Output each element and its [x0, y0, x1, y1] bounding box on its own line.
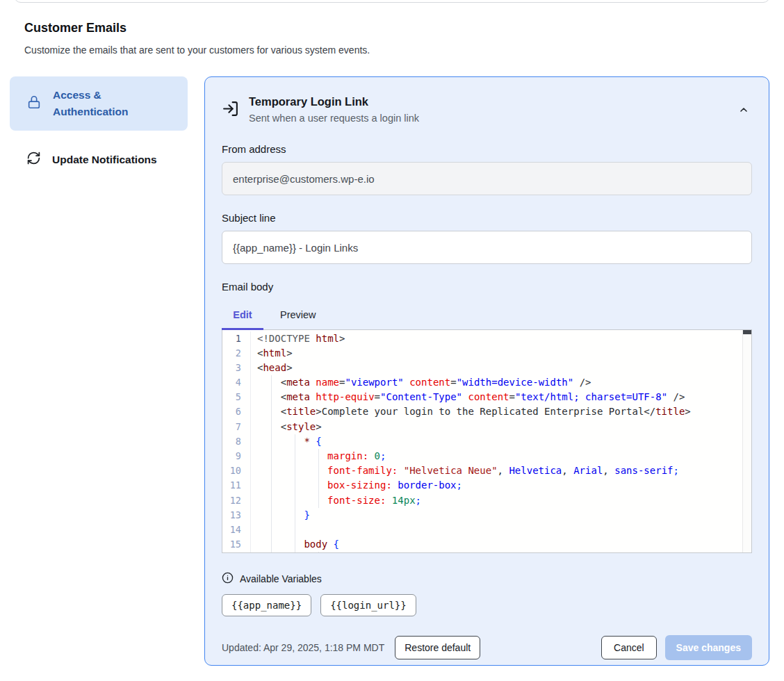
code-line[interactable]: 16background-color: #f9f9f9; — [222, 552, 751, 552]
code-line[interactable]: 5<meta http-equiv="Content-Type" content… — [222, 390, 751, 404]
code-line-content: * { — [251, 434, 322, 449]
line-number: 7 — [222, 420, 251, 434]
updated-timestamp: Updated: Apr 29, 2025, 1:18 PM MDT — [222, 642, 384, 653]
code-line-content: <meta http-equiv="Content-Type" content=… — [251, 390, 685, 404]
code-line-content: <title>Complete your login to the Replic… — [251, 404, 691, 419]
code-line-content — [251, 523, 304, 537]
sidebar-item-access-authentication[interactable]: Access & Authentication — [10, 76, 188, 131]
variable-chips: {{app_name}} {{login_url}} — [222, 594, 752, 616]
code-line-content: margin: 0; — [251, 449, 386, 463]
lock-icon — [26, 95, 42, 113]
line-number: 11 — [222, 478, 251, 493]
variable-chip-app-name[interactable]: {{app_name}} — [222, 594, 311, 616]
code-line[interactable]: 7<style> — [222, 420, 751, 434]
code-line-content: } — [251, 508, 310, 523]
code-line[interactable]: 4<meta name="viewport" content="width=de… — [222, 375, 751, 390]
chevron-up-icon — [738, 107, 749, 117]
code-line[interactable]: 1<!DOCTYPE html> — [222, 331, 751, 346]
line-number: 14 — [222, 523, 251, 537]
available-variables-row: Available Variables — [222, 572, 752, 586]
email-body-tabs: Edit Preview — [222, 302, 752, 328]
email-body-label: Email body — [222, 281, 752, 293]
code-line[interactable]: 6<title>Complete your login to the Repli… — [222, 404, 751, 419]
code-line-content: background-color: #f9f9f9; — [251, 552, 480, 552]
code-line[interactable]: 2<html> — [222, 346, 751, 361]
code-line[interactable]: 3<head> — [222, 361, 751, 375]
code-line[interactable]: 12font-size: 14px; — [222, 493, 751, 508]
code-line-content: <!DOCTYPE html> — [251, 331, 345, 346]
refresh-icon — [26, 151, 41, 168]
panel-subtitle: Sent when a user requests a login link — [249, 113, 726, 124]
line-number: 2 — [222, 346, 251, 361]
from-address-label: From address — [222, 143, 752, 155]
line-number: 3 — [222, 361, 251, 375]
subject-line-field[interactable] — [222, 231, 752, 264]
code-line[interactable]: 10font-family: "Helvetica Neue", Helveti… — [222, 463, 751, 478]
collapse-button[interactable] — [735, 101, 752, 120]
line-number: 4 — [222, 375, 251, 390]
line-number: 16 — [222, 552, 251, 552]
save-changes-button[interactable]: Save changes — [665, 635, 752, 660]
code-lines: 1<!DOCTYPE html>2<html>3<head>4<meta nam… — [222, 330, 751, 553]
email-settings-panel: Temporary Login Link Sent when a user re… — [204, 76, 769, 666]
code-line[interactable]: 13} — [222, 508, 751, 523]
restore-default-button[interactable]: Restore default — [395, 636, 480, 659]
page-title: Customer Emails — [24, 21, 370, 35]
active-tab-underline — [222, 328, 263, 330]
sidebar: Access & Authentication Update Notificat… — [10, 76, 188, 177]
code-editor[interactable]: 1<!DOCTYPE html>2<html>3<head>4<meta nam… — [222, 329, 752, 553]
panel-header: Temporary Login Link Sent when a user re… — [222, 95, 752, 124]
code-line-content: <style> — [251, 420, 322, 434]
line-number: 5 — [222, 390, 251, 404]
available-variables-label: Available Variables — [240, 573, 322, 584]
line-number: 12 — [222, 493, 251, 508]
code-line-content: font-size: 14px; — [251, 493, 421, 508]
info-icon — [222, 572, 234, 586]
line-number: 9 — [222, 449, 251, 463]
tab-preview[interactable]: Preview — [280, 309, 316, 320]
code-line[interactable]: 14 — [222, 523, 751, 537]
code-line[interactable]: 15body { — [222, 537, 751, 552]
log-in-icon — [222, 100, 239, 120]
panel-title: Temporary Login Link — [249, 95, 726, 108]
panel-footer: Updated: Apr 29, 2025, 1:18 PM MDT Resto… — [222, 635, 752, 660]
code-line-content: <html> — [251, 346, 293, 361]
sidebar-item-update-notifications[interactable]: Update Notifications — [10, 142, 188, 177]
editor-scrollbar-thumb[interactable] — [743, 330, 751, 334]
line-number: 1 — [222, 331, 251, 346]
code-line-content: box-sizing: border-box; — [251, 478, 462, 493]
line-number: 10 — [222, 463, 251, 478]
code-line-content: body { — [251, 537, 339, 552]
editor-scrollbar[interactable] — [742, 330, 751, 552]
code-line-content: font-family: "Helvetica Neue", Helvetica… — [251, 463, 679, 478]
code-line-content: <meta name="viewport" content="width=dev… — [251, 375, 591, 390]
code-line-content: <head> — [251, 361, 293, 375]
page-subtitle: Customize the emails that are sent to yo… — [24, 44, 370, 56]
code-line[interactable]: 8* { — [222, 434, 751, 449]
variable-chip-login-url[interactable]: {{login_url}} — [320, 594, 416, 616]
sidebar-item-label: Update Notifications — [52, 151, 157, 168]
cancel-button[interactable]: Cancel — [601, 636, 657, 659]
line-number: 6 — [222, 404, 251, 419]
from-address-field[interactable] — [222, 162, 752, 195]
panel-titles: Temporary Login Link Sent when a user re… — [249, 95, 726, 124]
page-header: Customer Emails Customize the emails tha… — [24, 21, 370, 56]
code-line[interactable]: 11box-sizing: border-box; — [222, 478, 751, 493]
previous-card-edge — [14, 0, 770, 3]
line-number: 8 — [222, 434, 251, 449]
tab-edit[interactable]: Edit — [222, 309, 263, 320]
code-line[interactable]: 9margin: 0; — [222, 449, 751, 463]
subject-line-label: Subject line — [222, 212, 752, 224]
line-number: 13 — [222, 508, 251, 523]
sidebar-item-label: Access & Authentication — [53, 87, 145, 120]
line-number: 15 — [222, 537, 251, 552]
